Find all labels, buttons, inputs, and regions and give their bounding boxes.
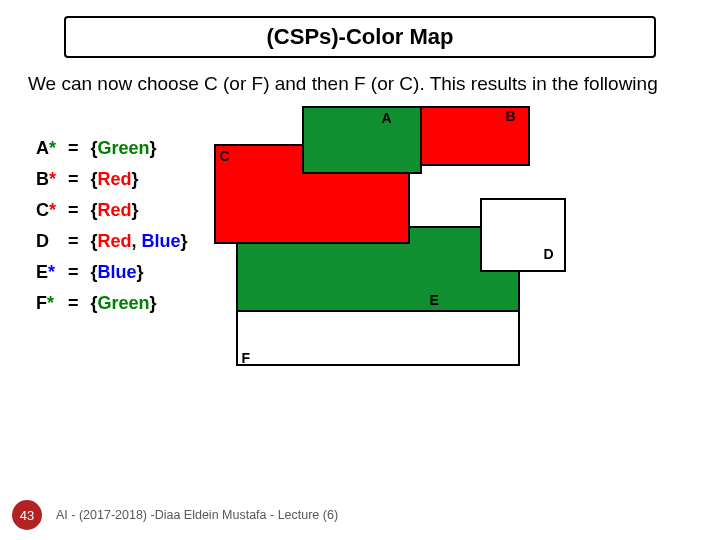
assignment-row: C*={Red} (36, 196, 198, 225)
label-d: D (544, 246, 554, 262)
content-row: A*={Green}B*={Red}C*={Red}D={Red, Blue}E… (24, 106, 696, 386)
assignment-value: {Red} (91, 165, 198, 194)
slide-number-badge: 43 (12, 500, 42, 530)
assignment-var: F* (36, 289, 66, 318)
assignment-value: {Blue} (91, 258, 198, 287)
star-icon: * (48, 262, 55, 282)
region-a (302, 106, 422, 174)
assignment-eq: = (68, 134, 89, 163)
footer-text: AI - (2017-2018) -Diaa Eldein Mustafa - … (56, 508, 338, 523)
assignment-eq: = (68, 258, 89, 287)
assignment-eq: = (68, 196, 89, 225)
body-text: We can now choose C (or F) and then F (o… (28, 72, 692, 96)
star-icon: * (49, 138, 56, 158)
assignment-var: C* (36, 196, 66, 225)
label-b: B (506, 108, 516, 124)
label-e: E (430, 292, 439, 308)
slide: (CSPs)-Color Map We can now choose C (or… (0, 0, 720, 540)
label-c: C (220, 148, 230, 164)
assignment-row: B*={Red} (36, 165, 198, 194)
star-icon: * (49, 169, 56, 189)
assignment-eq: = (68, 165, 89, 194)
assignment-var: E* (36, 258, 66, 287)
assignment-row: A*={Green} (36, 134, 198, 163)
label-a: A (382, 110, 392, 126)
star-icon: * (49, 200, 56, 220)
assignment-var: D (36, 227, 66, 256)
assignment-eq: = (68, 227, 89, 256)
slide-footer: 43 AI - (2017-2018) -Diaa Eldein Mustafa… (0, 500, 338, 530)
assignment-var: B* (36, 165, 66, 194)
assignment-var: A* (36, 134, 66, 163)
slide-title: (CSPs)-Color Map (267, 24, 454, 49)
assignment-eq: = (68, 289, 89, 318)
assignment-row: E*={Blue} (36, 258, 198, 287)
assignments-table: A*={Green}B*={Red}C*={Red}D={Red, Blue}E… (34, 132, 200, 320)
assignment-value: {Red} (91, 196, 198, 225)
assignment-value: {Green} (91, 289, 198, 318)
star-icon: * (47, 293, 54, 313)
slide-title-box: (CSPs)-Color Map (64, 16, 656, 58)
assignment-value: {Green} (91, 134, 198, 163)
assignment-row: D={Red, Blue} (36, 227, 198, 256)
assignment-row: F*={Green} (36, 289, 198, 318)
label-f: F (242, 350, 251, 366)
color-map: A B C D E F (208, 106, 568, 386)
assignment-value: {Red, Blue} (91, 227, 198, 256)
